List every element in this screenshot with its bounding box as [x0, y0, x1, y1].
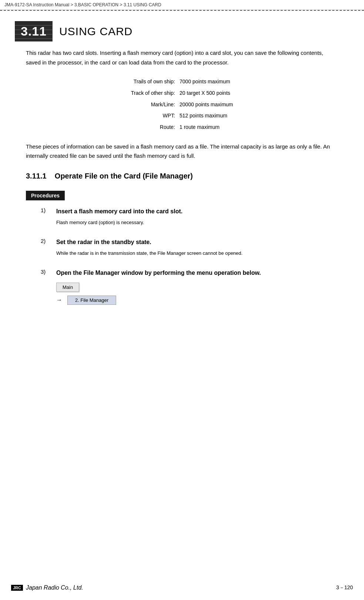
description-paragraph-2: These pieces of information can be saved… [26, 142, 338, 161]
data-value-route: 1 route maximum [177, 121, 233, 133]
procedure-step-2: 2) Set the radar in the standby state. W… [26, 238, 338, 257]
step-2-title: Set the radar in the standby state. [56, 238, 151, 247]
breadcrumb: JMA-9172-SA Instruction Manual > 3.BASIC… [0, 0, 364, 10]
data-row: Mark/Line: 20000 points maximum [131, 99, 233, 110]
menu-navigation: Main → 2. File Manager [56, 283, 338, 305]
data-row: WPT: 512 points maximum [131, 110, 233, 121]
intro-paragraph-1: This radar has two card slots. Inserting… [26, 48, 338, 67]
data-list: Trails of own ship: 7000 points maximum … [131, 76, 233, 133]
procedure-step-3: 3) Open the File Manager window by perfo… [26, 269, 338, 305]
file-manager-menu-item[interactable]: 2. File Manager [67, 296, 116, 305]
data-label-wpt: WPT: [131, 110, 177, 121]
data-row: Track of other ship: 20 target X 500 poi… [131, 87, 233, 99]
data-label-track: Track of other ship: [131, 87, 177, 99]
footer: JRC Japan Radio Co., Ltd. 3－120 [0, 584, 364, 591]
section-number: 3.11 [21, 24, 47, 39]
step-1-title: Insert a flash memory card into the card… [56, 207, 182, 216]
footer-logo: JRC Japan Radio Co., Ltd. [11, 584, 83, 591]
procedure-step-1: 1) Insert a flash memory card into the c… [26, 207, 338, 227]
main-content: This radar has two card slots. Inserting… [0, 48, 364, 305]
subsection-title: Operate File on the Card (File Manager) [55, 172, 193, 180]
step-1-header: 1) Insert a flash memory card into the c… [41, 207, 338, 216]
data-label-route: Route: [131, 121, 177, 133]
data-row: Trails of own ship: 7000 points maximum [131, 76, 233, 87]
step-3-header: 3) Open the File Manager window by perfo… [41, 269, 338, 277]
menu-arrow-row: → 2. File Manager [56, 296, 116, 305]
section-title: USING CARD [59, 25, 132, 38]
data-row: Route: 1 route maximum [131, 121, 233, 133]
step-3-title: Open the File Manager window by performi… [56, 269, 261, 277]
main-menu-button[interactable]: Main [56, 283, 79, 292]
page-number: 3－120 [336, 584, 353, 591]
section-number-box: 3.11 [15, 21, 53, 41]
step-2-header: 2) Set the radar in the standby state. [41, 238, 338, 247]
step-1-number: 1) [41, 207, 51, 213]
section-heading: 3.11 USING CARD [0, 11, 364, 48]
data-label-trails: Trails of own ship: [131, 76, 177, 87]
company-name: Japan Radio Co., Ltd. [26, 584, 83, 591]
menu-arrow-icon: → [56, 297, 62, 303]
data-value-wpt: 512 points maximum [177, 110, 233, 121]
step-2-number: 2) [41, 238, 51, 244]
step-3-number: 3) [41, 269, 51, 275]
procedures-badge: Procedures [26, 191, 65, 200]
data-value-track: 20 target X 500 points [177, 87, 233, 99]
step-1-note: Flash memory card (option) is necessary. [56, 219, 338, 227]
subsection-heading: 3.11.1 Operate File on the Card (File Ma… [26, 172, 338, 180]
data-value-markline: 20000 points maximum [177, 99, 233, 110]
step-2-note: While the radar is in the transmission s… [56, 250, 338, 257]
subsection-number: 3.11.1 [26, 172, 47, 180]
data-value-trails: 7000 points maximum [177, 76, 233, 87]
jrc-label: JRC [11, 585, 23, 591]
data-label-markline: Mark/Line: [131, 99, 177, 110]
